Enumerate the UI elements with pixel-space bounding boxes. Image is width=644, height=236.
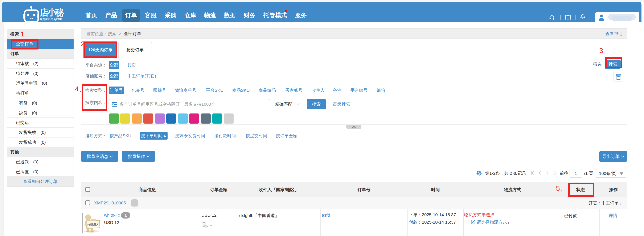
svg-text:暂无图片: 暂无图片 bbox=[88, 223, 99, 226]
